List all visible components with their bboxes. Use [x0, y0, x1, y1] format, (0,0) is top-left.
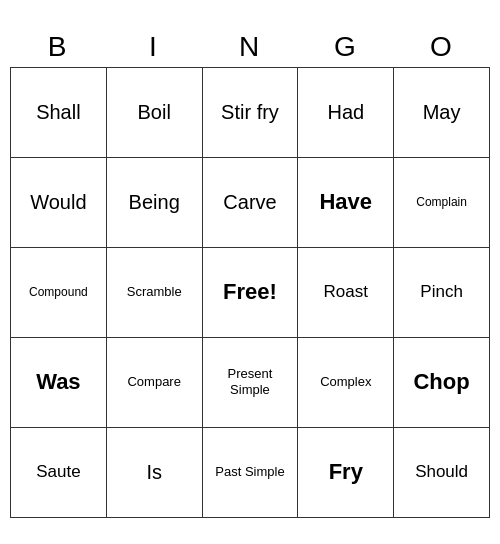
- bingo-cell-text-22: Past Simple: [215, 464, 284, 480]
- bingo-cell-15[interactable]: Was: [11, 338, 107, 428]
- header-letter-n: N: [202, 27, 298, 67]
- bingo-cell-14[interactable]: Pinch: [394, 248, 490, 338]
- bingo-cell-text-9: Complain: [416, 195, 467, 209]
- bingo-cell-text-21: Is: [146, 460, 162, 484]
- bingo-cell-text-18: Complex: [320, 374, 371, 390]
- bingo-card: BINGO ShallBoilStir fryHadMayWouldBeingC…: [10, 27, 490, 518]
- bingo-cell-text-23: Fry: [329, 459, 363, 485]
- bingo-cell-10[interactable]: Compound: [11, 248, 107, 338]
- bingo-cell-text-10: Compound: [29, 285, 88, 299]
- bingo-cell-20[interactable]: Saute: [11, 428, 107, 518]
- bingo-cell-text-2: Stir fry: [221, 100, 279, 124]
- bingo-cell-text-16: Compare: [127, 374, 180, 390]
- bingo-cell-text-1: Boil: [138, 100, 171, 124]
- bingo-cell-2[interactable]: Stir fry: [203, 68, 299, 158]
- bingo-cell-22[interactable]: Past Simple: [203, 428, 299, 518]
- bingo-cell-text-7: Carve: [223, 190, 276, 214]
- bingo-cell-text-15: Was: [36, 369, 80, 395]
- bingo-cell-text-4: May: [423, 100, 461, 124]
- bingo-cell-8[interactable]: Have: [298, 158, 394, 248]
- bingo-cell-18[interactable]: Complex: [298, 338, 394, 428]
- bingo-cell-9[interactable]: Complain: [394, 158, 490, 248]
- header-letter-i: I: [106, 27, 202, 67]
- bingo-cell-19[interactable]: Chop: [394, 338, 490, 428]
- bingo-cell-13[interactable]: Roast: [298, 248, 394, 338]
- header-letter-g: G: [298, 27, 394, 67]
- bingo-cell-5[interactable]: Would: [11, 158, 107, 248]
- bingo-cell-24[interactable]: Should: [394, 428, 490, 518]
- bingo-cell-text-3: Had: [327, 100, 364, 124]
- bingo-cell-12[interactable]: Free!: [203, 248, 299, 338]
- bingo-cell-23[interactable]: Fry: [298, 428, 394, 518]
- bingo-cell-text-24: Should: [415, 462, 468, 482]
- bingo-cell-17[interactable]: Present Simple: [203, 338, 299, 428]
- bingo-cell-text-20: Saute: [36, 462, 80, 482]
- header-letter-b: B: [10, 27, 106, 67]
- bingo-cell-4[interactable]: May: [394, 68, 490, 158]
- bingo-cell-16[interactable]: Compare: [107, 338, 203, 428]
- bingo-cell-text-5: Would: [30, 190, 86, 214]
- bingo-cell-11[interactable]: Scramble: [107, 248, 203, 338]
- bingo-grid: ShallBoilStir fryHadMayWouldBeingCarveHa…: [10, 67, 490, 518]
- bingo-cell-3[interactable]: Had: [298, 68, 394, 158]
- bingo-cell-0[interactable]: Shall: [11, 68, 107, 158]
- bingo-cell-6[interactable]: Being: [107, 158, 203, 248]
- bingo-cell-text-11: Scramble: [127, 284, 182, 300]
- bingo-cell-21[interactable]: Is: [107, 428, 203, 518]
- bingo-cell-text-0: Shall: [36, 100, 80, 124]
- bingo-header: BINGO: [10, 27, 490, 67]
- bingo-cell-text-13: Roast: [324, 282, 368, 302]
- bingo-cell-text-6: Being: [129, 190, 180, 214]
- bingo-cell-text-8: Have: [319, 189, 372, 215]
- bingo-cell-text-14: Pinch: [420, 282, 463, 302]
- bingo-cell-7[interactable]: Carve: [203, 158, 299, 248]
- bingo-cell-text-17: Present Simple: [207, 366, 294, 397]
- bingo-cell-text-19: Chop: [413, 369, 469, 395]
- bingo-cell-text-12: Free!: [223, 279, 277, 305]
- bingo-cell-1[interactable]: Boil: [107, 68, 203, 158]
- header-letter-o: O: [394, 27, 490, 67]
